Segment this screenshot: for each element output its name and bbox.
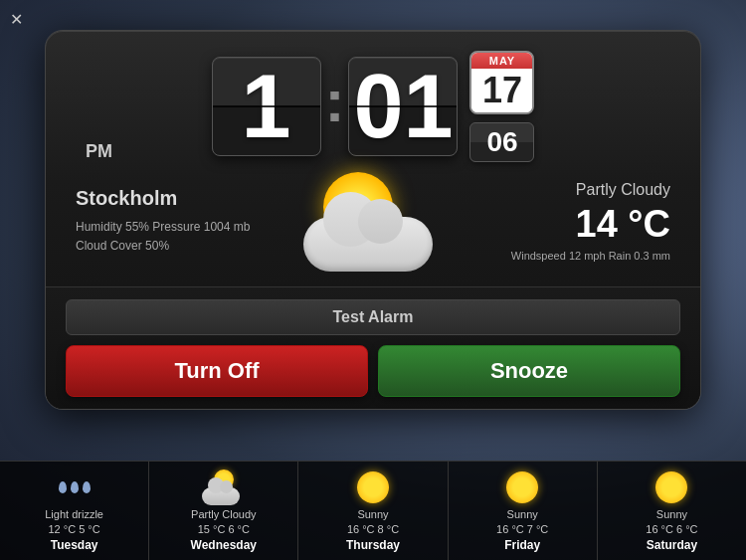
alarm-area: Test Alarm Turn Off Snooze: [46, 286, 700, 409]
temperature-display: 14 °C: [453, 203, 670, 246]
forecast-dayname-3: Friday: [504, 538, 540, 552]
forecast-day-wednesday: Partly Cloudy 15 °C 6 °C Wednesday: [149, 462, 298, 560]
snooze-button[interactable]: Snooze: [378, 345, 680, 397]
partly-cloudy-sm-icon: [202, 469, 246, 505]
hour-value: 1: [241, 62, 290, 151]
forecast-dayname-4: Saturday: [647, 538, 697, 552]
city-name: Stockholm: [76, 187, 293, 210]
forecast-dayname-0: Tuesday: [51, 538, 98, 552]
sun-icon-sm-2: [506, 471, 538, 503]
weather-right: Partly Cloudy 14 °C Windspeed 12 mph Rai…: [453, 181, 670, 262]
forecast-dayname-1: Wednesday: [191, 538, 257, 552]
hour-group: 1: [212, 57, 321, 156]
minute-group: 01: [348, 57, 458, 156]
forecast-day-tuesday: Light drizzle 12 °C 5 °C Tuesday: [0, 462, 149, 560]
weather-condition: Partly Cloudy: [453, 181, 670, 199]
forecast-icon-saturday: [655, 469, 687, 505]
forecast-condition-4: Sunny: [656, 508, 687, 520]
period-display: PM: [86, 141, 112, 162]
weather-left: Stockholm Humidity 55% Pressure 1004 mb …: [76, 187, 293, 256]
forecast-dayname-2: Thursday: [346, 538, 400, 552]
clock-area: 1 : 01 MAY 17 06 PM: [46, 31, 700, 172]
sun-icon-sm-3: [655, 471, 687, 503]
forecast-day-saturday: Sunny 16 °C 6 °C Saturday: [598, 462, 746, 560]
weather-area: Stockholm Humidity 55% Pressure 1004 mb …: [46, 172, 700, 286]
minute-digit: 01: [348, 57, 458, 156]
weather-humidity: Humidity 55% Pressure 1004 mb Cloud Cove…: [76, 218, 293, 256]
forecast-condition-0: Light drizzle: [45, 508, 103, 520]
minute-value: 01: [353, 62, 453, 151]
forecast-bar: Light drizzle 12 °C 5 °C Tuesday Partly …: [0, 461, 746, 560]
forecast-icon-thursday: [357, 469, 389, 505]
forecast-condition-3: Sunny: [507, 508, 538, 520]
partly-cloudy-icon: [303, 172, 443, 272]
hour-digit: 1: [212, 57, 321, 156]
forecast-day-thursday: Sunny 16 °C 8 °C Thursday: [298, 462, 448, 560]
forecast-temps-2: 16 °C 8 °C: [347, 523, 399, 535]
alarm-title: Test Alarm: [66, 299, 680, 335]
forecast-temps-4: 16 °C 6 °C: [646, 523, 697, 535]
forecast-day-friday: Sunny 16 °C 7 °C Friday: [449, 462, 598, 560]
forecast-condition-1: Partly Cloudy: [191, 508, 256, 520]
forecast-icon-wednesday: [202, 469, 246, 505]
forecast-temps-1: 15 °C 6 °C: [198, 523, 250, 535]
forecast-condition-2: Sunny: [357, 508, 388, 520]
close-button[interactable]: ✕: [10, 10, 23, 29]
turn-off-button[interactable]: Turn Off: [66, 345, 368, 397]
forecast-icon-friday: [506, 469, 538, 505]
calendar-day: 17: [471, 69, 532, 112]
wind-info: Windspeed 12 mph Rain 0.3 mm: [453, 250, 670, 262]
alarm-buttons: Turn Off Snooze: [66, 345, 680, 397]
forecast-temps-0: 12 °C 5 °C: [48, 523, 99, 535]
right-panel: MAY 17 06: [469, 51, 534, 162]
cloud-main: [303, 217, 433, 272]
main-widget: 1 : 01 MAY 17 06 PM Stockholm H: [45, 30, 701, 410]
seconds-display: 06: [469, 122, 534, 162]
calendar-month: MAY: [471, 53, 532, 69]
rain-icon: [59, 481, 91, 493]
colon-separator: :: [321, 67, 349, 135]
weather-icon-area: [293, 172, 453, 272]
seconds-value: 06: [486, 126, 517, 158]
calendar-widget: MAY 17: [469, 51, 534, 114]
forecast-temps-3: 16 °C 7 °C: [496, 523, 548, 535]
sun-icon-sm: [357, 471, 389, 503]
forecast-icon-tuesday: [59, 469, 91, 505]
